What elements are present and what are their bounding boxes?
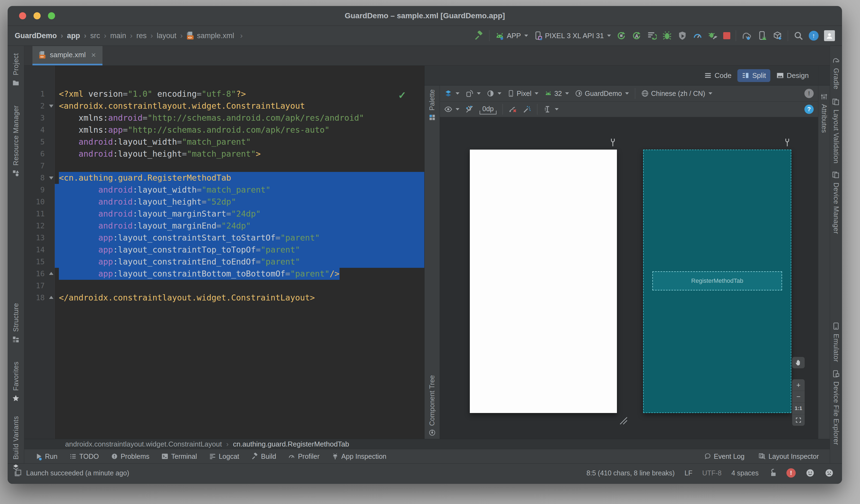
inspection-ok-icon[interactable]: ✓ [398, 90, 406, 101]
mode-design-button[interactable]: Design [772, 69, 813, 82]
design-view-device[interactable] [470, 149, 617, 413]
toolwindow-event-log[interactable]: Event Log [704, 452, 745, 460]
attach-debugger-button[interactable] [677, 31, 687, 41]
close-window-button[interactable] [19, 12, 26, 19]
tab-sample-xml[interactable]: <> sample.xml × [32, 46, 102, 66]
line-number[interactable]: 17 [24, 280, 55, 292]
line-number[interactable]: 9 [24, 184, 55, 196]
line-number[interactable]: 11 [24, 208, 55, 220]
toolwindow-profiler[interactable]: Profiler [288, 452, 319, 460]
code-line[interactable]: <cn.authing.guard.RegisterMethodTab [55, 172, 424, 184]
run-config-select[interactable]: APP [495, 31, 528, 41]
blueprint-view-device[interactable]: RegisterMethodTab [643, 149, 791, 413]
profile-button[interactable] [693, 31, 702, 41]
code-line[interactable]: </androidx.constraintlayout.widget.Const… [55, 292, 424, 304]
component-tree-tab[interactable]: Component Tree [428, 375, 436, 436]
code-line[interactable]: xmlns:app="http://schemas.android.com/ap… [55, 124, 424, 136]
surface-type-select[interactable] [444, 89, 459, 98]
code-line[interactable]: android:layout_marginStart="24dp" [55, 208, 424, 220]
pan-button[interactable] [792, 357, 805, 368]
breadcrumb-app[interactable]: app [67, 31, 90, 40]
autoconnect-toggle[interactable] [465, 105, 474, 113]
zoom-in-button[interactable]: + [792, 379, 805, 391]
sidebar-item-resource-manager[interactable]: Resource Manager [8, 105, 24, 177]
indent-setting[interactable]: 4 spaces [731, 469, 759, 477]
line-number[interactable]: 8 [24, 172, 55, 184]
line-number[interactable]: 13 [24, 232, 55, 244]
line-number[interactable]: 18 [24, 292, 55, 304]
design-surface[interactable]: RegisterMethodTab [440, 117, 818, 439]
maximize-window-button[interactable] [48, 12, 55, 19]
code-line[interactable]: android:layout_width="match_parent" [55, 184, 424, 196]
breadcrumb-file[interactable]: <> sample.xml [187, 31, 247, 40]
code-line[interactable]: android:layout_width="match_parent" [55, 136, 424, 148]
line-number[interactable]: 16 [24, 268, 55, 280]
code-line[interactable]: android:layout_marginEnd="24dp" [55, 220, 424, 232]
sdk-manager-button[interactable] [773, 31, 782, 41]
sidebar-item-structure[interactable]: Structure [8, 303, 24, 343]
code-line[interactable] [55, 160, 424, 172]
ide-update-button[interactable]: ↑ [809, 31, 819, 41]
code-line[interactable] [55, 280, 424, 292]
theme-select[interactable]: GuardDemo [575, 90, 629, 98]
mode-code-button[interactable]: Code [700, 69, 736, 82]
toolwindow-problems[interactable]: Problems [111, 452, 149, 460]
avatar[interactable] [824, 30, 835, 41]
help-badge[interactable]: ? [804, 105, 814, 114]
minimize-window-button[interactable] [33, 12, 41, 19]
line-number[interactable]: 7 [24, 160, 55, 172]
sidebar-item-device-file-explorer[interactable]: Device File Explorer [830, 370, 842, 445]
breadcrumb-res[interactable]: res [136, 31, 157, 40]
clear-constraints-button[interactable] [509, 105, 517, 113]
default-margin-button[interactable]: 0dp [479, 104, 497, 114]
breadcrumb-project[interactable]: GuardDemo [15, 31, 67, 40]
code-line[interactable]: android:layout_height="52dp" [55, 196, 424, 208]
sidebar-item-favorites[interactable]: Favorites [8, 361, 24, 402]
code-lines[interactable]: <?xml version="1.0" encoding="utf-8"?><a… [55, 66, 424, 439]
sidebar-item-emulator[interactable]: Emulator [830, 322, 842, 362]
line-number[interactable]: 5 [24, 136, 55, 148]
build-hammer-button[interactable] [474, 31, 484, 41]
breadcrumb-src[interactable]: src [90, 31, 110, 40]
code-line[interactable]: app:layout_constraintBottom_toBottomOf="… [55, 268, 424, 280]
device-for-preview-select[interactable]: Pixel [507, 90, 539, 98]
night-mode-select[interactable] [487, 90, 501, 97]
happy-face-icon[interactable] [805, 468, 815, 478]
code-line[interactable]: app:layout_constraintTop_toTopOf="parent… [55, 244, 424, 256]
code-line[interactable]: app:layout_constraintEnd_toEndOf="parent… [55, 256, 424, 268]
zoom-actual-button[interactable]: 1:1 [792, 402, 805, 414]
breadcrumb-main[interactable]: main [110, 31, 137, 40]
line-number[interactable]: 2 [24, 100, 55, 112]
run-button[interactable] [616, 31, 626, 41]
line-number[interactable]: 3 [24, 112, 55, 124]
toolwindow-app-inspection[interactable]: App Inspection [332, 452, 386, 460]
sidebar-item-project[interactable]: Project [8, 53, 24, 87]
code-line[interactable]: xmlns:android="http://schemas.android.co… [55, 112, 424, 124]
editor-gutter[interactable]: 123456789101112131415161718 [24, 66, 55, 439]
fold-start-icon[interactable] [49, 176, 54, 179]
caret-position[interactable]: 8:5 (410 chars, 8 line breaks) [586, 469, 675, 477]
debug-button[interactable] [662, 31, 672, 41]
apply-code-changes-button[interactable] [647, 31, 657, 41]
toolwindow-terminal[interactable]: Terminal [161, 452, 197, 460]
sidebar-item-build-variants[interactable]: Build Variants [8, 416, 24, 471]
stop-button[interactable] [723, 32, 730, 39]
gradle-sync-button[interactable] [742, 30, 752, 41]
search-everywhere-button[interactable] [793, 31, 803, 41]
line-number[interactable]: 10 [24, 196, 55, 208]
tab-attributes[interactable]: Attributes [818, 86, 830, 439]
xml-breadcrumb-child[interactable]: cn.authing.guard.RegisterMethodTab [233, 440, 349, 448]
line-number[interactable]: 4 [24, 124, 55, 136]
toolwindow-run[interactable]: Run [35, 452, 57, 460]
fold-end-icon[interactable] [49, 296, 54, 299]
device-select[interactable]: PIXEL 3 XL API 31 [533, 31, 611, 40]
line-number[interactable]: 14 [24, 244, 55, 256]
register-method-tab-widget[interactable]: RegisterMethodTab [653, 271, 782, 290]
code-line[interactable]: android:layout_height="match_parent"> [55, 148, 424, 160]
sad-face-icon[interactable] [825, 468, 834, 478]
line-number[interactable]: 15 [24, 256, 55, 268]
attach-debugger-to-process-button[interactable] [708, 31, 718, 41]
device-manager-button[interactable] [757, 31, 767, 41]
line-separator[interactable]: LF [685, 469, 692, 477]
code-editor[interactable]: 123456789101112131415161718 <?xml versio… [24, 66, 424, 439]
